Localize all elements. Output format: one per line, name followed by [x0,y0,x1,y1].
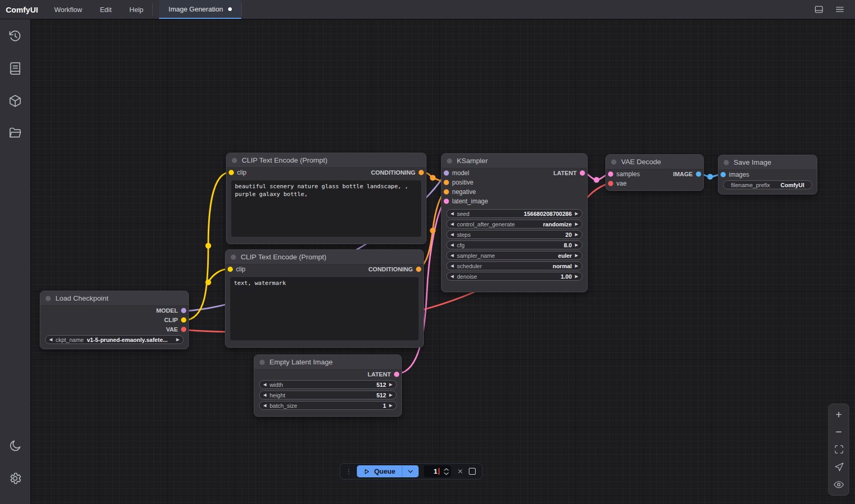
widget-batch-size[interactable]: ◀ batch_size 1 ▶ [259,401,397,410]
node-title-bar[interactable]: Load Checkpoint [40,291,188,306]
widget-decrement-arrow[interactable]: ◀ [451,254,454,258]
queue-button[interactable]: Queue [357,465,419,477]
widget-decrement-arrow[interactable]: ◀ [263,393,266,397]
widget-increment-arrow[interactable]: ▶ [575,264,578,268]
menu-icon[interactable] [833,3,847,16]
stop-icon[interactable] [469,468,476,475]
widget-decrement-arrow[interactable]: ◀ [451,243,454,247]
input-slot-clip[interactable] [229,170,234,175]
widget-increment-arrow[interactable]: ▶ [575,233,578,237]
collapse-dot[interactable] [46,296,51,301]
node-library-icon[interactable] [4,58,26,79]
input-slot-negative[interactable] [444,189,449,194]
settings-gear-icon[interactable] [4,467,26,489]
decrement-icon[interactable] [444,472,449,475]
tab-image-generation[interactable]: Image Generation [159,0,241,19]
widget-increment-arrow[interactable]: ▶ [389,393,392,397]
widget-scheduler[interactable]: ◀ scheduler normal ▶ [446,261,582,270]
input-slot-clip[interactable] [228,267,233,272]
collapse-dot[interactable] [260,360,265,365]
widget-seed[interactable]: ◀ seed 156680208700286 ▶ [446,209,582,218]
node-clip-text-encode-positive[interactable]: CLIP Text Encode (Prompt) clip CONDITION… [226,153,426,244]
widget-decrement-arrow[interactable]: ◀ [451,212,454,216]
input-slot-latent-image[interactable] [444,199,449,204]
node-ksampler[interactable]: KSampler model LATENT positive negative … [441,153,588,292]
menu-workflow[interactable]: Workflow [46,0,91,19]
node-empty-latent-image[interactable]: Empty Latent Image LATENT ◀ width 512 ▶ … [254,354,402,417]
input-slot-model[interactable] [444,170,449,176]
node-title-bar[interactable]: KSampler [442,154,587,168]
input-slot-samples[interactable] [608,171,613,177]
workflows-icon[interactable] [4,122,26,144]
output-slot-clip[interactable] [181,317,186,323]
collapse-dot[interactable] [447,158,452,164]
model-library-icon[interactable] [4,90,26,112]
node-clip-text-encode-negative[interactable]: CLIP Text Encode (Prompt) clip CONDITION… [225,249,424,348]
widget-control-after-generate[interactable]: ◀ control_after_generate randomize ▶ [446,220,582,228]
collapse-dot[interactable] [611,159,616,165]
clear-queue-icon[interactable]: × [456,467,464,476]
output-slot-model[interactable] [181,308,186,313]
widget-decrement-arrow[interactable]: ◀ [263,404,266,408]
text-caret [438,468,440,475]
node-title-bar[interactable]: Save Image [718,155,817,170]
prompt-textarea[interactable]: text, watermark [230,277,419,340]
widget-width[interactable]: ◀ width 512 ▶ [259,380,397,389]
widget-increment-arrow[interactable]: ▶ [575,212,578,216]
node-vae-decode[interactable]: VAE Decode samples IMAGE vae [605,154,704,191]
widget-height[interactable]: ◀ height 512 ▶ [259,391,397,399]
prompt-textarea[interactable]: beautiful scenery nature glass bottle la… [231,180,421,237]
widget-filename-prefix[interactable]: filename_prefix ComfyUI [723,180,812,189]
output-slot-image[interactable] [696,171,701,177]
widget-decrement-arrow[interactable]: ◀ [451,274,454,279]
widget-steps[interactable]: ◀ steps 20 ▶ [446,230,582,239]
widget-decrement-arrow[interactable]: ◀ [451,264,454,268]
widget-increment-arrow[interactable]: ▶ [575,243,578,247]
node-title-bar[interactable]: VAE Decode [606,155,703,169]
widget-decrement-arrow[interactable]: ◀ [263,383,266,387]
history-icon[interactable] [4,25,26,47]
widget-decrement-arrow[interactable]: ◀ [451,233,454,237]
node-title-bar[interactable]: CLIP Text Encode (Prompt) [226,250,423,265]
widget-denoise[interactable]: ◀ denoise 1.00 ▶ [446,272,582,281]
collapse-dot[interactable] [231,255,236,260]
widget-decrement-arrow[interactable]: ◀ [49,338,52,342]
widget-increment-arrow[interactable]: ▶ [176,338,179,342]
output-slot-conditioning[interactable] [416,267,421,272]
widget-increment-arrow[interactable]: ▶ [575,254,578,258]
menu-edit[interactable]: Edit [91,0,120,19]
menu-help[interactable]: Help [120,0,152,19]
input-slot-images[interactable] [721,172,726,177]
input-slot-positive[interactable] [444,180,449,185]
batch-count-input[interactable]: 1 [424,465,451,477]
output-slot-latent[interactable] [394,372,399,377]
bottom-panel-icon[interactable] [812,3,826,16]
widget-sampler-name[interactable]: ◀ sampler_name euler ▶ [446,251,582,260]
node-title-bar[interactable]: CLIP Text Encode (Prompt) [227,153,426,168]
toggle-link-visibility-icon[interactable] [831,477,847,492]
output-slot-conditioning[interactable] [419,170,424,175]
output-slot-vae[interactable] [181,327,186,332]
widget-increment-arrow[interactable]: ▶ [575,222,578,226]
widget-ckpt-name[interactable]: ◀ ckpt_name v1-5-pruned-emaonly.safete..… [45,335,184,344]
theme-moon-icon[interactable] [4,435,26,457]
input-slot-vae[interactable] [608,181,613,186]
node-load-checkpoint[interactable]: Load Checkpoint MODEL CLIP VAE ◀ ckpt_na… [40,291,189,349]
widget-increment-arrow[interactable]: ▶ [389,404,392,408]
collapse-dot[interactable] [232,158,237,163]
fit-view-icon[interactable] [831,442,847,457]
widget-cfg[interactable]: ◀ cfg 8.0 ▶ [446,240,582,249]
node-title-bar[interactable]: Empty Latent Image [254,355,401,370]
node-save-image[interactable]: Save Image images filename_prefix ComfyU… [718,155,817,194]
queue-options-chevron-icon[interactable] [402,465,419,477]
widget-decrement-arrow[interactable]: ◀ [451,222,454,226]
widget-increment-arrow[interactable]: ▶ [575,274,578,279]
increment-icon[interactable] [444,468,449,471]
collapse-dot[interactable] [724,160,729,165]
zoom-in-icon[interactable]: + [831,407,847,422]
select-mode-icon[interactable] [831,460,847,475]
zoom-out-icon[interactable]: − [831,425,847,439]
output-slot-latent[interactable] [580,170,585,176]
widget-increment-arrow[interactable]: ▶ [389,383,392,387]
drag-handle-icon[interactable]: ⋮ [345,468,352,475]
